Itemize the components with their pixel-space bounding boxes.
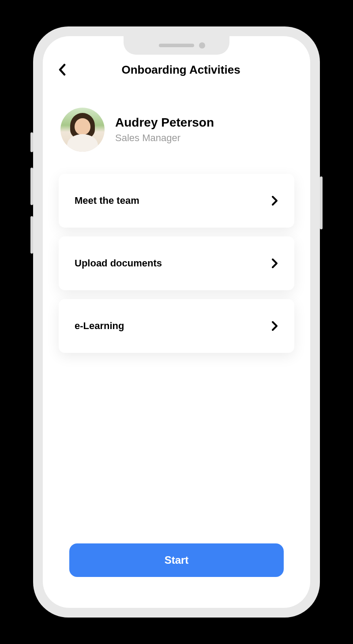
- activity-title: Meet the team: [75, 195, 139, 206]
- chevron-right-icon: [271, 321, 278, 331]
- phone-side-button: [30, 132, 33, 152]
- app-screen: Onboarding Activities Audrey Peterson Sa…: [43, 36, 310, 608]
- profile-section: Audrey Peterson Sales Manager: [43, 86, 310, 165]
- phone-speaker: [159, 44, 194, 47]
- activities-list: Meet the team Upload documents e-Learnin…: [43, 165, 310, 362]
- activity-title: Upload documents: [75, 258, 162, 269]
- profile-info: Audrey Peterson Sales Manager: [115, 116, 214, 144]
- activity-meet-team[interactable]: Meet the team: [59, 174, 294, 228]
- chevron-right-icon: [271, 258, 278, 269]
- phone-side-button: [30, 216, 33, 254]
- profile-role: Sales Manager: [115, 132, 214, 144]
- activity-title: e-Learning: [75, 320, 124, 332]
- phone-side-button: [30, 168, 33, 205]
- chevron-right-icon: [271, 195, 278, 206]
- profile-name: Audrey Peterson: [115, 116, 214, 130]
- phone-camera: [199, 42, 205, 49]
- activity-e-learning[interactable]: e-Learning: [59, 299, 294, 353]
- start-button[interactable]: Start: [69, 543, 284, 577]
- activity-upload-documents[interactable]: Upload documents: [59, 236, 294, 290]
- avatar: [60, 108, 105, 152]
- footer: Start: [43, 530, 310, 608]
- phone-frame: Onboarding Activities Audrey Peterson Sa…: [33, 26, 320, 618]
- page-title: Onboarding Activities: [64, 63, 298, 77]
- phone-notch: [124, 36, 229, 55]
- phone-side-button: [320, 176, 323, 229]
